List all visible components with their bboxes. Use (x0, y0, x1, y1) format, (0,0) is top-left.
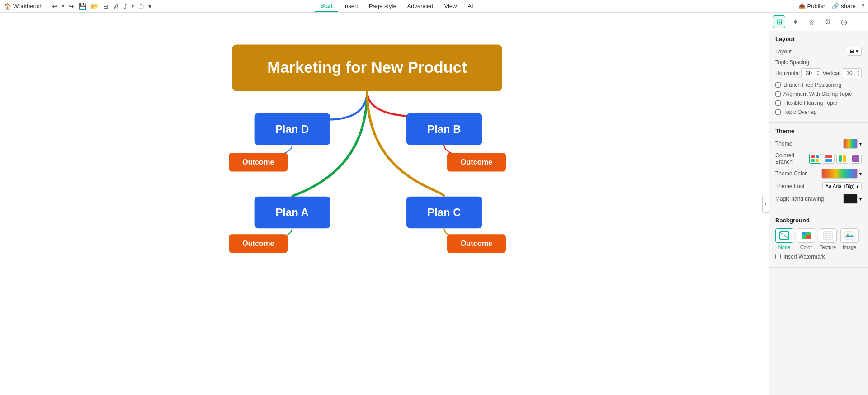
tab-settings[interactable]: ⚙ (821, 15, 834, 28)
undo-button[interactable]: ↩ (50, 2, 59, 11)
background-section: Background None (769, 212, 868, 268)
nav-view[interactable]: View (439, 1, 462, 11)
share-button[interactable]: 🔗 share (832, 3, 856, 9)
bg-option-texture[interactable]: Texture (819, 228, 837, 250)
bg-option-none[interactable]: None (775, 228, 793, 250)
flexible-floating-label: Flexible Floating Topic (783, 100, 837, 106)
branch-free-row: Branch Free Positioning (775, 82, 862, 88)
vertical-spinner[interactable]: ▲ ▼ (842, 68, 862, 78)
more-button[interactable]: ▾ (146, 2, 153, 11)
magic-hand-selector[interactable]: ▾ (843, 194, 862, 204)
magic-hand-row: Magic hand drawing ▾ (775, 194, 862, 204)
theme-row: Theme ▾ (775, 139, 862, 149)
alignment-sibling-checkbox[interactable] (775, 91, 781, 97)
vertical-input[interactable] (843, 70, 856, 76)
tab-clock[interactable]: ◷ (838, 15, 850, 28)
topic-overlap-checkbox[interactable] (775, 109, 781, 115)
flexible-floating-checkbox[interactable] (775, 100, 781, 106)
tab-layout[interactable]: ⊞ (773, 15, 785, 28)
pages-button[interactable]: ⊟ (101, 2, 110, 11)
cb-option-4[interactable] (850, 154, 862, 164)
print-button[interactable]: 🖨 (111, 2, 121, 11)
export-dropdown[interactable]: ▾ (130, 3, 136, 9)
layout-dropdown-arrow: ▾ (856, 48, 859, 54)
horizontal-spinner[interactable]: ▲ ▼ (801, 68, 821, 78)
theme-color-palette[interactable] (821, 169, 858, 179)
horizontal-label: Horizontal (775, 70, 800, 76)
layout-label: Layout (775, 48, 792, 55)
svg-rect-22 (825, 155, 832, 158)
watermark-label: Insert Watermark (783, 254, 825, 260)
branch-free-checkbox[interactable] (775, 82, 781, 88)
magic-drawing-color[interactable] (843, 194, 858, 204)
spacing-row: Horizontal ▲ ▼ Vertical ▲ ▼ (775, 68, 862, 78)
publish-button[interactable]: 📤 Publish (798, 3, 827, 9)
bg-color-label: Color (800, 245, 812, 250)
svg-rect-21 (816, 159, 819, 162)
svg-rect-26 (852, 155, 859, 162)
flexible-floating-row: Flexible Floating Topic (775, 100, 862, 106)
layout-select[interactable]: ⊞ ▾ (847, 47, 862, 56)
app-title: 🏠 Workbench (4, 3, 43, 10)
bg-option-image[interactable]: Image (840, 228, 859, 250)
vertical-down[interactable]: ▼ (857, 73, 860, 77)
theme-font-select[interactable]: Aa Arial (Big) ▾ (822, 182, 862, 190)
svg-rect-19 (816, 155, 819, 158)
bg-image-icon (840, 228, 859, 243)
save-button[interactable]: 💾 (77, 2, 88, 11)
theme-color-dropdown[interactable]: ▾ (859, 171, 862, 176)
bg-option-color[interactable]: Color (797, 228, 815, 250)
theme-color-preview[interactable] (843, 139, 858, 149)
alignment-sibling-label: Alignment With Sibling Topic (783, 91, 852, 97)
redo-button[interactable]: ↪ (67, 2, 76, 11)
theme-font-label: Theme Font (775, 183, 805, 189)
theme-color-label: Theme Color (775, 170, 807, 177)
share2-button[interactable]: ⬡ (137, 2, 146, 11)
right-actions: 📤 Publish 🔗 share ? (798, 3, 864, 9)
svg-text:Outcome: Outcome (461, 239, 492, 247)
cb-option-1[interactable] (809, 154, 821, 164)
background-section-title: Background (775, 217, 862, 224)
nav-advanced[interactable]: Advanced (402, 1, 439, 11)
svg-text:Plan C: Plan C (427, 206, 461, 218)
watermark-row: Insert Watermark (775, 254, 862, 260)
panel-collapse-button[interactable]: ‹ (762, 195, 769, 213)
svg-text:Outcome: Outcome (242, 158, 274, 166)
svg-rect-31 (806, 235, 811, 239)
watermark-checkbox[interactable] (775, 254, 781, 259)
open-button[interactable]: 📂 (89, 2, 100, 11)
undo-dropdown[interactable]: ▾ (60, 3, 66, 9)
topic-spacing-title: Topic Spacing (775, 59, 862, 66)
alignment-sibling-row: Alignment With Sibling Topic (775, 91, 862, 97)
svg-text:Plan A: Plan A (275, 206, 308, 218)
publish-label: Publish (807, 3, 827, 9)
nav-menu: Start Insert Page style Advanced View AI (315, 0, 479, 12)
bg-color-icon (797, 228, 815, 243)
theme-select[interactable]: ▾ (843, 139, 862, 149)
theme-color-selector[interactable]: ▾ (821, 169, 862, 179)
export-button[interactable]: ⤴ (122, 2, 129, 11)
colored-branch-label: Colored Branch (775, 152, 809, 165)
svg-rect-23 (825, 159, 832, 162)
tab-target[interactable]: ◎ (805, 15, 818, 28)
canvas[interactable]: Marketing for New Product Plan D Plan B … (0, 13, 769, 395)
font-dropdown[interactable]: ▾ (856, 184, 859, 189)
nav-start[interactable]: Start (315, 0, 338, 12)
theme-section-title: Theme (775, 127, 862, 134)
horizontal-down[interactable]: ▼ (816, 73, 820, 77)
topic-overlap-row: Topic Overlap (775, 109, 862, 115)
cb-option-2[interactable] (823, 154, 835, 164)
magic-hand-dropdown[interactable]: ▾ (859, 197, 862, 202)
nav-page-style[interactable]: Page style (363, 1, 402, 11)
theme-section: Theme Theme ▾ Colored Branch (769, 123, 868, 212)
theme-font-row: Theme Font Aa Arial (Big) ▾ (775, 182, 862, 190)
nav-insert[interactable]: Insert (338, 1, 363, 11)
home-icon[interactable]: 🏠 (4, 3, 11, 10)
tab-effects[interactable]: ✦ (789, 15, 802, 28)
horizontal-input[interactable] (802, 70, 815, 76)
svg-text:Plan B: Plan B (427, 123, 461, 135)
cb-option-3[interactable] (836, 154, 848, 164)
nav-ai[interactable]: AI (462, 1, 478, 11)
theme-dropdown[interactable]: ▾ (859, 141, 862, 146)
help-button[interactable]: ? (861, 3, 864, 9)
